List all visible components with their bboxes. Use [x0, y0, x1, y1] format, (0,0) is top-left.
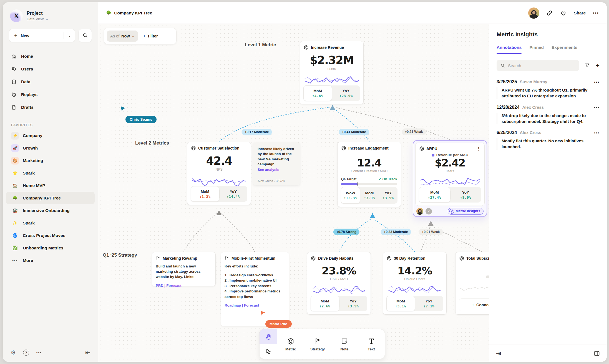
favorite-heart-icon[interactable]	[560, 10, 567, 16]
collapse-panel-icon[interactable]: ⇥	[496, 350, 501, 357]
sidebar-item-spark[interactable]: ⭐Spark	[6, 167, 95, 179]
chevron-down-icon: ⌄	[132, 34, 135, 38]
stat-yoy[interactable]: YoY↑23.9%	[332, 85, 360, 101]
sidebar-item-immersive-onboarding[interactable]: 🚂Immersive Onboarding	[6, 204, 95, 217]
sidebar-item-marketing[interactable]: 🎨Marketing	[6, 154, 95, 167]
settings-gear-icon[interactable]: ⚙	[11, 349, 16, 356]
tab-pinned[interactable]: Pinned	[529, 45, 544, 54]
edge-label: +0.17 Moderate	[241, 129, 272, 135]
metric-card-drive-daily-habbits[interactable]: Drive Daily Habbits 23.8% DAU / MAU MoM↑…	[307, 252, 371, 315]
as-of-dropdown[interactable]: As of Now ⌄	[107, 31, 138, 42]
metric-card-30-day-retention[interactable]: 30 Day Retention 14.2% Unique Users MoM↑…	[383, 252, 447, 315]
growth-icon: 🚀	[11, 144, 19, 152]
metric-card-increase-revenue[interactable]: Increase Revenue $2.32M users MoM↑4.8% Y…	[300, 41, 364, 104]
user-avatar[interactable]	[528, 7, 539, 19]
annotation-menu-icon[interactable]: •••	[594, 131, 600, 135]
metric-hexagon-icon	[311, 256, 316, 261]
split-view-icon[interactable]	[593, 350, 600, 357]
sidebar-item-growth[interactable]: 🚀Growth	[6, 142, 95, 154]
strategy-links[interactable]: Roadmap | Forecast	[225, 303, 285, 307]
favorites-list: ⚡Company 🚀Growth 🎨Marketing ⭐Spark 🏠Home…	[3, 129, 98, 267]
card-menu-icon[interactable]: ⋮	[477, 146, 481, 151]
annotation-item[interactable]: 6/25/2024 Alex Cress ••• Mostly flat thi…	[489, 124, 607, 150]
stat-mom[interactable]: MoM↑27.4%	[419, 187, 450, 203]
sidebar-item-home-mvp[interactable]: 🏠Home MVP	[6, 179, 95, 192]
level2-label: Level 2 Metrics	[135, 140, 169, 146]
copy-link-icon[interactable]	[547, 10, 553, 16]
stat-yoy[interactable]: YoY↑3.9%	[379, 187, 397, 204]
stat-yoy[interactable]: YoY↑3.9%	[339, 296, 367, 311]
new-button[interactable]: + New ⌄	[9, 29, 75, 42]
note-card[interactable]: Increase likely driven by the launch of …	[253, 142, 300, 185]
metric-hexagon-icon	[459, 256, 464, 261]
tab-annotations[interactable]: Annotations	[497, 45, 522, 54]
sidebar-item-drafts[interactable]: Drafts	[3, 101, 98, 114]
chevron-down-icon[interactable]: ⌄	[64, 32, 75, 39]
stat-mom[interactable]: MoM↓1.3%	[191, 186, 219, 202]
sidebar-item-users[interactable]: Users	[3, 63, 98, 75]
metric-insights-chip[interactable]: Metric Insights	[448, 208, 484, 215]
stat-mom[interactable]: MoM↑3.9%	[360, 187, 379, 204]
add-annotation-icon[interactable]: +	[596, 62, 600, 69]
strategy-links[interactable]: PRD | Forecast	[156, 284, 212, 288]
tab-experiments[interactable]: Experiments	[552, 45, 577, 54]
annotation-item[interactable]: 12/28/2024 Alex Cress ••• 3% drop likely…	[489, 99, 607, 125]
stat-mom[interactable]: MoM↑2.6%	[311, 296, 339, 311]
sidebar-item-data[interactable]: Data	[3, 75, 98, 88]
sidebar-item-replays[interactable]: Replays	[3, 88, 98, 101]
sidebar-item-cross-project-moves[interactable]: 🌀Cross Project Moves	[6, 229, 95, 242]
hand-tool-button[interactable]	[260, 329, 277, 344]
sidebar-item-company[interactable]: ⚡Company	[6, 129, 95, 142]
search-input[interactable]	[508, 63, 575, 68]
company-icon: ⚡	[11, 132, 19, 140]
sidebar-item-more[interactable]: •••More	[6, 254, 95, 267]
workspace-switcher[interactable]: Data View ⌄	[27, 17, 49, 21]
kpi-tree-canvas[interactable]: As of Now ⌄ + Filter Level 1 Metric Leve…	[98, 24, 489, 362]
metric-card-increase-engagement[interactable]: Increase Engagement 12.4 Content Creatio…	[337, 142, 401, 207]
stat-mom[interactable]: MoM↑4.8%	[303, 85, 332, 101]
search-button[interactable]	[79, 29, 92, 42]
stat-yoy[interactable]: YoY↑14.4%	[219, 186, 247, 202]
sidebar-item-home[interactable]: Home	[3, 50, 98, 63]
see-analysis-link[interactable]: See analysis	[258, 168, 279, 172]
connect-data-button[interactable]: + Connect	[459, 299, 489, 311]
annotations-search[interactable]	[497, 60, 579, 71]
annotation-menu-icon[interactable]: •••	[594, 80, 600, 84]
add-filter-button[interactable]: + Filter	[141, 33, 160, 39]
level1-label: Level 1 Metric	[245, 42, 276, 48]
select-tool-button[interactable]	[260, 344, 277, 359]
text-tool-button[interactable]: Text	[358, 329, 385, 359]
sidebar-item-onboarding-metrics[interactable]: ✅Onboarding Metrics	[6, 242, 95, 254]
legend-swatch	[432, 154, 434, 156]
metric-value: $2.32M	[304, 54, 360, 67]
sidebar-item-spark-2[interactable]: ✨Spark	[6, 217, 95, 229]
annotation-text: ARPU went up 7% throughout Q1, primarily…	[497, 87, 600, 99]
strategy-tool-button[interactable]: Strategy	[304, 329, 331, 359]
filter-funnel-icon[interactable]	[585, 63, 590, 68]
stat-wow[interactable]: WoW↑12.3%	[341, 187, 360, 204]
annotation-item[interactable]: 3/25/2025 Susan Murray ••• ARPU went up …	[489, 74, 607, 99]
sidebar-item-company-kpi-tree[interactable]: 🌳Company KPI Tree	[6, 192, 95, 204]
help-icon[interactable]: ?	[23, 350, 29, 356]
overflow-menu-icon[interactable]: •••	[593, 11, 599, 15]
collaborator-cursor-chris: Chris Seams	[120, 106, 157, 123]
stat-yoy[interactable]: YoY↑7.1%	[415, 296, 443, 311]
sidebar: X Project Data View ⌄ + New ⌄ Hom	[3, 2, 98, 362]
project-header[interactable]: X Project Data View ⌄	[3, 9, 98, 22]
metric-card-arpu-selected[interactable]: ARPU ⋮ Revenue per MAU $2.42 users MoM↑2…	[413, 140, 487, 217]
note-tool-button[interactable]: Note	[331, 329, 358, 359]
stat-yoy[interactable]: YoY↑9.9%	[450, 187, 481, 203]
metric-tool-button[interactable]: Metric	[277, 329, 304, 359]
collapse-sidebar-icon[interactable]: ⇤	[85, 349, 90, 356]
more-dots-icon[interactable]: •••	[36, 351, 42, 355]
strategy-card-marketing-revamp[interactable]: Marketing Revamp Build and launch a new …	[152, 252, 216, 286]
metric-hexagon-icon	[387, 256, 392, 261]
annotation-text: 3% drop likely due to the changes made t…	[497, 113, 600, 125]
metric-card-total-subscriptions[interactable]: Total Subscriptions + Connect	[455, 252, 489, 315]
annotation-menu-icon[interactable]: •••	[594, 105, 600, 110]
stats-row: MoM↑3.1% YoY↑7.1%	[386, 296, 443, 311]
cursor-arrow-outline-icon	[265, 348, 272, 355]
share-button[interactable]: Share	[574, 11, 586, 16]
metric-card-customer-satisfaction[interactable]: Customer Satisfaction 42.4 NPS MoM↓1.3% …	[187, 142, 251, 205]
stat-mom[interactable]: MoM↑3.1%	[386, 296, 415, 311]
